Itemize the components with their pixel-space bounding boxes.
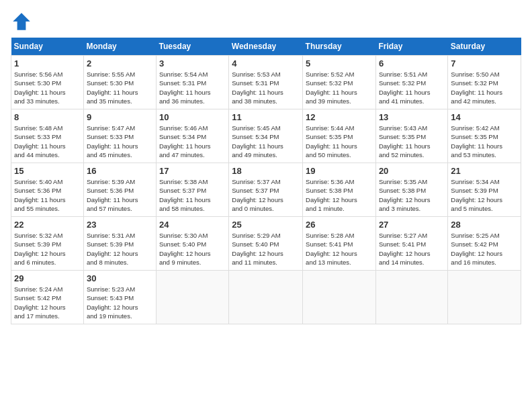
col-header-sunday: Sunday bbox=[11, 38, 84, 56]
day-detail: Sunrise: 5:48 AMSunset: 5:33 PMDaylight:… bbox=[14, 124, 81, 159]
day-cell bbox=[303, 271, 376, 324]
day-number: 27 bbox=[379, 220, 445, 230]
day-detail: Sunrise: 5:24 AMSunset: 5:42 PMDaylight:… bbox=[14, 285, 81, 320]
day-number: 11 bbox=[232, 112, 300, 122]
day-detail: Sunrise: 5:34 AMSunset: 5:39 PMDaylight:… bbox=[451, 177, 518, 213]
col-header-saturday: Saturday bbox=[448, 38, 521, 56]
day-cell: 10Sunrise: 5:46 AMSunset: 5:34 PMDayligh… bbox=[157, 109, 229, 163]
day-cell: 6Sunrise: 5:51 AMSunset: 5:32 PMDaylight… bbox=[375, 56, 447, 109]
day-number: 26 bbox=[306, 220, 373, 230]
day-detail: Sunrise: 5:35 AMSunset: 5:38 PMDaylight:… bbox=[379, 177, 445, 213]
day-number: 3 bbox=[159, 58, 226, 68]
day-detail: Sunrise: 5:32 AMSunset: 5:39 PMDaylight:… bbox=[14, 231, 81, 267]
day-number: 21 bbox=[451, 166, 518, 176]
day-detail: Sunrise: 5:42 AMSunset: 5:35 PMDaylight:… bbox=[451, 124, 518, 159]
day-detail: Sunrise: 5:47 AMSunset: 5:33 PMDaylight:… bbox=[87, 124, 153, 159]
col-header-friday: Friday bbox=[375, 38, 447, 56]
day-cell: 27Sunrise: 5:27 AMSunset: 5:41 PMDayligh… bbox=[375, 217, 447, 271]
day-cell: 21Sunrise: 5:34 AMSunset: 5:39 PMDayligh… bbox=[448, 163, 521, 217]
day-detail: Sunrise: 5:39 AMSunset: 5:36 PMDaylight:… bbox=[87, 177, 153, 213]
day-number: 29 bbox=[14, 273, 81, 283]
day-cell: 4Sunrise: 5:53 AMSunset: 5:31 PMDaylight… bbox=[229, 56, 303, 109]
day-cell: 28Sunrise: 5:25 AMSunset: 5:42 PMDayligh… bbox=[448, 217, 521, 271]
day-detail: Sunrise: 5:51 AMSunset: 5:32 PMDaylight:… bbox=[379, 70, 445, 105]
day-detail: Sunrise: 5:23 AMSunset: 5:43 PMDaylight:… bbox=[87, 285, 153, 320]
calendar-table: SundayMondayTuesdayWednesdayThursdayFrid… bbox=[11, 38, 521, 324]
day-number: 8 bbox=[14, 112, 81, 122]
day-cell: 23Sunrise: 5:31 AMSunset: 5:39 PMDayligh… bbox=[83, 217, 156, 271]
day-detail: Sunrise: 5:25 AMSunset: 5:42 PMDaylight:… bbox=[451, 231, 518, 267]
day-number: 9 bbox=[87, 112, 153, 122]
day-cell: 26Sunrise: 5:28 AMSunset: 5:41 PMDayligh… bbox=[303, 217, 376, 271]
day-cell: 13Sunrise: 5:43 AMSunset: 5:35 PMDayligh… bbox=[375, 109, 447, 163]
day-detail: Sunrise: 5:31 AMSunset: 5:39 PMDaylight:… bbox=[87, 231, 153, 267]
day-detail: Sunrise: 5:56 AMSunset: 5:30 PMDaylight:… bbox=[14, 70, 81, 105]
logo bbox=[11, 11, 35, 32]
day-number: 10 bbox=[159, 112, 226, 122]
day-detail: Sunrise: 5:36 AMSunset: 5:38 PMDaylight:… bbox=[306, 177, 373, 213]
day-cell: 1Sunrise: 5:56 AMSunset: 5:30 PMDaylight… bbox=[11, 56, 84, 109]
day-detail: Sunrise: 5:27 AMSunset: 5:41 PMDaylight:… bbox=[379, 231, 445, 267]
week-row-5: 29Sunrise: 5:24 AMSunset: 5:42 PMDayligh… bbox=[11, 271, 521, 324]
day-cell: 5Sunrise: 5:52 AMSunset: 5:32 PMDaylight… bbox=[303, 56, 376, 109]
day-cell: 8Sunrise: 5:48 AMSunset: 5:33 PMDaylight… bbox=[11, 109, 84, 163]
page-header bbox=[11, 11, 521, 32]
day-cell: 2Sunrise: 5:55 AMSunset: 5:30 PMDaylight… bbox=[83, 56, 156, 109]
day-cell: 15Sunrise: 5:40 AMSunset: 5:36 PMDayligh… bbox=[11, 163, 84, 217]
day-detail: Sunrise: 5:45 AMSunset: 5:34 PMDaylight:… bbox=[232, 124, 300, 159]
day-cell bbox=[229, 271, 303, 324]
day-cell bbox=[448, 271, 521, 324]
week-row-2: 8Sunrise: 5:48 AMSunset: 5:33 PMDaylight… bbox=[11, 109, 521, 163]
day-number: 1 bbox=[14, 58, 81, 68]
day-number: 28 bbox=[451, 220, 518, 230]
day-cell: 20Sunrise: 5:35 AMSunset: 5:38 PMDayligh… bbox=[375, 163, 447, 217]
day-cell: 11Sunrise: 5:45 AMSunset: 5:34 PMDayligh… bbox=[229, 109, 303, 163]
day-detail: Sunrise: 5:29 AMSunset: 5:40 PMDaylight:… bbox=[232, 231, 300, 267]
day-detail: Sunrise: 5:28 AMSunset: 5:41 PMDaylight:… bbox=[306, 231, 373, 267]
col-header-wednesday: Wednesday bbox=[229, 38, 303, 56]
week-row-4: 22Sunrise: 5:32 AMSunset: 5:39 PMDayligh… bbox=[11, 217, 521, 271]
day-detail: Sunrise: 5:54 AMSunset: 5:31 PMDaylight:… bbox=[159, 70, 226, 105]
week-row-1: 1Sunrise: 5:56 AMSunset: 5:30 PMDaylight… bbox=[11, 56, 521, 109]
day-cell bbox=[157, 271, 229, 324]
day-detail: Sunrise: 5:44 AMSunset: 5:35 PMDaylight:… bbox=[306, 124, 373, 159]
col-header-monday: Monday bbox=[83, 38, 156, 56]
logo-icon bbox=[11, 11, 32, 32]
day-cell: 18Sunrise: 5:37 AMSunset: 5:37 PMDayligh… bbox=[229, 163, 303, 217]
day-detail: Sunrise: 5:37 AMSunset: 5:37 PMDaylight:… bbox=[232, 177, 300, 213]
day-number: 16 bbox=[87, 166, 153, 176]
day-detail: Sunrise: 5:53 AMSunset: 5:31 PMDaylight:… bbox=[232, 70, 300, 105]
col-header-tuesday: Tuesday bbox=[157, 38, 229, 56]
day-number: 4 bbox=[232, 58, 300, 68]
day-cell: 24Sunrise: 5:30 AMSunset: 5:40 PMDayligh… bbox=[157, 217, 229, 271]
day-detail: Sunrise: 5:46 AMSunset: 5:34 PMDaylight:… bbox=[159, 124, 226, 159]
day-number: 23 bbox=[87, 220, 153, 230]
col-header-thursday: Thursday bbox=[303, 38, 376, 56]
day-number: 7 bbox=[451, 58, 518, 68]
day-cell: 22Sunrise: 5:32 AMSunset: 5:39 PMDayligh… bbox=[11, 217, 84, 271]
day-number: 22 bbox=[14, 220, 81, 230]
day-cell: 19Sunrise: 5:36 AMSunset: 5:38 PMDayligh… bbox=[303, 163, 376, 217]
day-detail: Sunrise: 5:43 AMSunset: 5:35 PMDaylight:… bbox=[379, 124, 445, 159]
day-detail: Sunrise: 5:52 AMSunset: 5:32 PMDaylight:… bbox=[306, 70, 373, 105]
header-row: SundayMondayTuesdayWednesdayThursdayFrid… bbox=[11, 38, 521, 56]
day-number: 25 bbox=[232, 220, 300, 230]
day-cell: 14Sunrise: 5:42 AMSunset: 5:35 PMDayligh… bbox=[448, 109, 521, 163]
day-cell: 25Sunrise: 5:29 AMSunset: 5:40 PMDayligh… bbox=[229, 217, 303, 271]
day-cell: 30Sunrise: 5:23 AMSunset: 5:43 PMDayligh… bbox=[83, 271, 156, 324]
day-cell: 17Sunrise: 5:38 AMSunset: 5:37 PMDayligh… bbox=[157, 163, 229, 217]
day-detail: Sunrise: 5:38 AMSunset: 5:37 PMDaylight:… bbox=[159, 177, 226, 213]
day-cell: 7Sunrise: 5:50 AMSunset: 5:32 PMDaylight… bbox=[448, 56, 521, 109]
day-detail: Sunrise: 5:30 AMSunset: 5:40 PMDaylight:… bbox=[159, 231, 226, 267]
day-detail: Sunrise: 5:40 AMSunset: 5:36 PMDaylight:… bbox=[14, 177, 81, 213]
day-detail: Sunrise: 5:50 AMSunset: 5:32 PMDaylight:… bbox=[451, 70, 518, 105]
day-number: 6 bbox=[379, 58, 445, 68]
day-cell bbox=[375, 271, 447, 324]
day-number: 12 bbox=[306, 112, 373, 122]
day-detail: Sunrise: 5:55 AMSunset: 5:30 PMDaylight:… bbox=[87, 70, 153, 105]
day-number: 14 bbox=[451, 112, 518, 122]
day-cell: 3Sunrise: 5:54 AMSunset: 5:31 PMDaylight… bbox=[157, 56, 229, 109]
day-number: 2 bbox=[87, 58, 153, 68]
day-number: 19 bbox=[306, 166, 373, 176]
day-cell: 9Sunrise: 5:47 AMSunset: 5:33 PMDaylight… bbox=[83, 109, 156, 163]
